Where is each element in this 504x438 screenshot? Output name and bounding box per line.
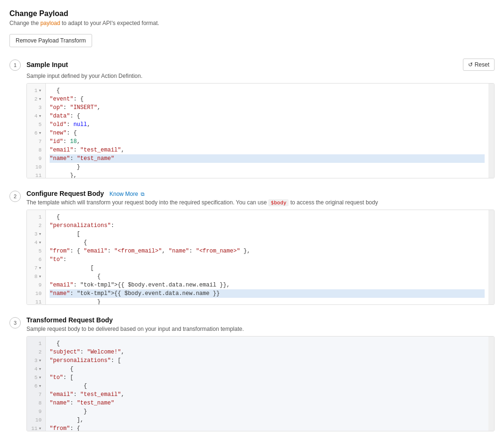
sample-input-editor[interactable]: 1234567891011121314151617 { "event": { "… — [26, 83, 495, 178]
line-number: 9 — [27, 407, 45, 416]
page-subtitle: Change the payload to adapt to your API'… — [9, 20, 495, 26]
code-line: "from": { — [50, 424, 485, 431]
line-number: 5 — [27, 120, 45, 129]
code-line: "name": "test_name" — [50, 399, 485, 407]
code-line[interactable]: "email": "tok-tmpl">{{ $body.event.data.… — [50, 281, 485, 289]
transformed-body-editor: 1234567891011121314151617 { "subject": "… — [26, 336, 495, 431]
code-content-3: { "subject": "Welcome!", "personalizatio… — [46, 337, 488, 431]
line-number: 9 — [27, 154, 45, 163]
section-2-content: Configure Request Body Know More ⧉ The t… — [26, 190, 495, 305]
code-line[interactable]: "from": { "email": "<from_email>", "name… — [50, 247, 485, 255]
scrollbar-2[interactable] — [488, 210, 494, 304]
line-number: 2 — [27, 95, 45, 103]
code-line: { — [50, 365, 485, 373]
line-number: 11 — [27, 171, 45, 178]
code-line[interactable]: "op": "INSERT", — [50, 103, 485, 112]
code-content-2[interactable]: { "personalizations": [ { "from": { "ema… — [46, 210, 488, 304]
code-line[interactable]: { — [50, 238, 485, 247]
scrollbar-1[interactable] — [488, 84, 494, 178]
code-line[interactable]: "personalizations": — [50, 221, 485, 230]
code-line[interactable]: [ — [50, 264, 485, 272]
section-3-content: Transformed Request Body Sample request … — [26, 316, 495, 431]
code-line: } — [50, 407, 485, 416]
section-2-desc: The template which will transform your r… — [26, 199, 495, 206]
line-number: 4 — [27, 238, 45, 247]
code-line[interactable]: } — [50, 298, 485, 304]
code-line: "subject": "Welcome!", — [50, 348, 485, 356]
line-numbers-1: 1234567891011121314151617 — [27, 84, 46, 178]
reset-button[interactable]: ↺ Reset — [463, 59, 495, 71]
code-line[interactable]: "new": { — [50, 129, 485, 137]
code-line: "to": [ — [50, 373, 485, 382]
code-line[interactable]: } — [50, 163, 485, 171]
code-line[interactable]: "event": { — [50, 95, 485, 103]
line-numbers-2: 1234567891011121314151617 — [27, 210, 46, 304]
line-numbers-3: 1234567891011121314151617 — [27, 337, 46, 431]
code-line: "email": "test_email", — [50, 390, 485, 399]
section-2-title-wrap: Configure Request Body Know More ⧉ — [26, 190, 145, 197]
line-number: 8 — [27, 146, 45, 154]
line-number: 2 — [27, 221, 45, 230]
line-number: 8 — [27, 399, 45, 407]
line-number: 6 — [27, 255, 45, 264]
code-line[interactable]: { — [50, 213, 485, 221]
code-line[interactable]: "id": 18, — [50, 137, 485, 146]
code-line[interactable]: [ — [50, 230, 485, 238]
line-number: 10 — [27, 163, 45, 171]
line-number: 1 — [27, 86, 45, 95]
section-2-header: Configure Request Body Know More ⧉ — [26, 190, 495, 197]
line-number: 3 — [27, 230, 45, 238]
section-3-title-wrap: Transformed Request Body — [26, 316, 113, 324]
line-number: 6 — [27, 382, 45, 390]
code-line[interactable]: "data": { — [50, 112, 485, 120]
line-number: 8 — [27, 272, 45, 281]
section-configure-body: 2 Configure Request Body Know More ⧉ The… — [9, 190, 495, 305]
line-number: 1 — [27, 339, 45, 348]
code-line[interactable]: "old": null, — [50, 120, 485, 129]
line-number: 11 — [27, 424, 45, 431]
scrollbar-3[interactable] — [488, 337, 494, 431]
code-line[interactable]: "email": "test_email", — [50, 146, 485, 154]
section-3-desc: Sample request body to be delivered base… — [26, 326, 495, 332]
line-number: 7 — [27, 390, 45, 399]
code-line[interactable]: "name": "test_name" — [50, 154, 485, 163]
section-transformed-body: 3 Transformed Request Body Sample reques… — [9, 316, 495, 431]
line-number: 9 — [27, 281, 45, 289]
line-number: 3 — [27, 103, 45, 112]
line-number: 5 — [27, 247, 45, 255]
line-number: 2 — [27, 348, 45, 356]
line-number: 4 — [27, 365, 45, 373]
section-sample-input: 1 Sample Input ↺ Reset Sample input defi… — [9, 59, 495, 178]
line-number: 1 — [27, 213, 45, 221]
line-number: 7 — [27, 264, 45, 272]
code-line[interactable]: { — [50, 86, 485, 95]
code-line[interactable]: "name": "tok-tmpl">{{ $body.event.data.n… — [50, 289, 485, 298]
code-line[interactable]: }, — [50, 171, 485, 178]
know-more-link[interactable]: Know More — [110, 191, 138, 197]
configure-body-editor[interactable]: 1234567891011121314151617 { "personaliza… — [26, 210, 495, 305]
external-link-icon: ⧉ — [141, 191, 145, 197]
remove-payload-transform-button[interactable]: Remove Payload Transform — [9, 34, 92, 47]
reset-icon: ↺ — [468, 61, 473, 68]
step-2-circle: 2 — [9, 191, 21, 202]
step-3-circle: 3 — [9, 317, 21, 328]
line-number: 4 — [27, 112, 45, 120]
code-line[interactable]: { — [50, 272, 485, 281]
code-line[interactable]: "to": — [50, 255, 485, 264]
code-content-1[interactable]: { "event": { "op": "INSERT", "data": { "… — [46, 84, 488, 178]
section-1-content: Sample Input ↺ Reset Sample input define… — [26, 59, 495, 178]
section-3-header: Transformed Request Body — [26, 316, 495, 324]
line-number: 7 — [27, 137, 45, 146]
page-title: Change Payload — [9, 9, 495, 18]
code-line: { — [50, 339, 485, 348]
code-line: ], — [50, 416, 485, 424]
section-1-header: Sample Input ↺ Reset — [26, 59, 495, 71]
step-1-circle: 1 — [9, 59, 21, 71]
code-line: { — [50, 382, 485, 390]
section-1-title: Sample Input — [26, 61, 68, 68]
line-number: 10 — [27, 289, 45, 298]
line-number: 3 — [27, 356, 45, 365]
line-number: 6 — [27, 129, 45, 137]
line-number: 11 — [27, 298, 45, 304]
code-line: "personalizations": [ — [50, 356, 485, 365]
